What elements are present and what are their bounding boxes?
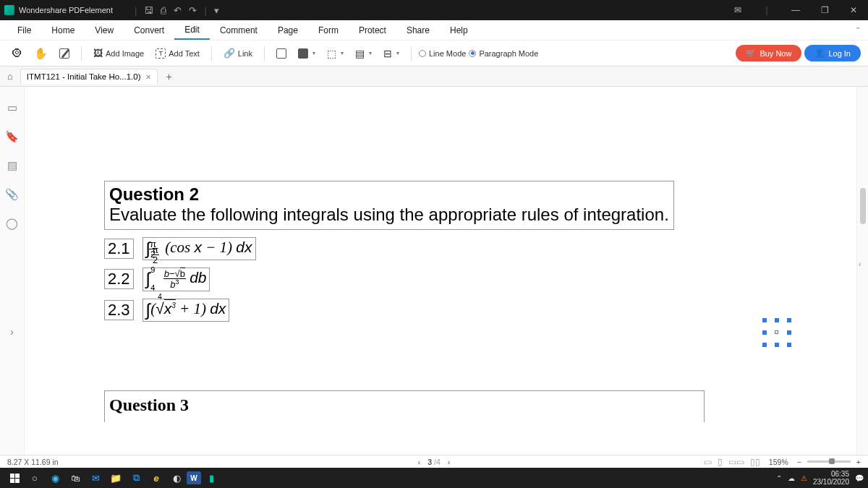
search-icon[interactable]: ◯ — [6, 217, 18, 230]
menu-share[interactable]: Share — [396, 20, 440, 40]
q2-prompt[interactable]: Evaluate the following integrals using t… — [109, 205, 669, 225]
bookmarks-icon[interactable]: 🔖 — [5, 130, 19, 143]
menu-protect[interactable]: Protect — [349, 20, 396, 40]
zoom-slider[interactable] — [807, 461, 851, 463]
zoom-in-button[interactable]: + — [856, 458, 861, 466]
add-text-button[interactable]: TAdd Text — [151, 46, 204, 61]
q2-1-num[interactable]: 2.1 — [104, 239, 134, 259]
link-button[interactable]: 🔗Link — [219, 46, 257, 61]
taskbar-pdfelement[interactable]: ▮ — [201, 470, 221, 486]
q2-title[interactable]: Question 2 — [109, 184, 669, 205]
menu-file[interactable]: File — [7, 20, 41, 40]
zoom-out-button[interactable]: − — [797, 458, 801, 466]
cart-icon: 🛒 — [746, 48, 756, 58]
tab-home-icon[interactable]: ⌂ — [4, 71, 16, 82]
minimize-button[interactable]: — — [781, 5, 810, 15]
selection-handles[interactable] — [762, 318, 791, 347]
menu-home[interactable]: Home — [41, 20, 85, 40]
undo-icon[interactable]: ↶ — [174, 5, 182, 16]
background-tool[interactable]: ▤ — [351, 46, 376, 61]
collapse-ribbon-icon[interactable]: ⌃ — [855, 26, 861, 34]
redo-icon[interactable]: ↷ — [189, 5, 197, 16]
app-title: Wondershare PDFelement — [19, 6, 113, 14]
taskbar-word[interactable]: W — [187, 471, 201, 484]
watermark-tool[interactable]: ⬚ — [323, 46, 348, 61]
tab-close-icon[interactable]: ✕ — [145, 73, 151, 81]
q2-2-equation[interactable]: ∫49 b−√bb3 db — [142, 267, 210, 291]
q2-3-equation[interactable]: ∫(4√x3 + 1) dx — [142, 299, 230, 322]
scrollbar-thumb[interactable] — [860, 188, 866, 224]
document-tab[interactable]: ITMT121 - Initial Take Ho...1.0) ✕ — [20, 69, 158, 84]
view-two-cont-icon[interactable]: ▯▯ — [750, 457, 760, 467]
user-icon: 👤 — [814, 48, 825, 58]
taskbar-cortana[interactable]: ○ — [25, 470, 45, 486]
edit-tool[interactable] — [55, 46, 74, 61]
qat-more-icon[interactable]: ▾ — [214, 5, 219, 16]
prev-page-button[interactable]: ‹ — [418, 458, 421, 466]
start-button[interactable] — [4, 470, 25, 486]
page-dimensions: 8.27 X 11.69 in — [7, 458, 59, 466]
taskbar-ie[interactable]: e — [146, 470, 166, 486]
app-logo — [4, 5, 14, 15]
tray-date: 23/10/2020 — [813, 478, 849, 486]
menu-page[interactable]: Page — [268, 20, 308, 40]
q3-title: Question 3 — [109, 395, 699, 415]
taskbar-store[interactable]: 🛍 — [65, 470, 85, 486]
menu-help[interactable]: Help — [440, 20, 478, 40]
hand-tool[interactable]: ✋ — [30, 45, 52, 62]
add-image-button[interactable]: 🖼Add Image — [89, 46, 148, 61]
qat-separator: | — [204, 5, 206, 16]
buy-now-button[interactable]: 🛒Buy Now — [736, 45, 801, 61]
menu-convert[interactable]: Convert — [124, 20, 174, 40]
tray-onedrive-icon[interactable]: ☁ — [788, 474, 795, 482]
expand-sidebar-icon[interactable]: › — [10, 325, 14, 338]
close-button[interactable]: ✕ — [839, 5, 868, 15]
paragraph-mode-radio[interactable]: Paragraph Mode — [469, 49, 538, 58]
page-total: /4 — [432, 458, 441, 466]
log-in-button[interactable]: 👤Log In — [804, 45, 861, 61]
question-2-block: Question 2 Evaluate the following integr… — [104, 181, 705, 322]
maximize-button[interactable]: ❐ — [810, 5, 839, 15]
header-footer-tool[interactable]: ⊟ — [379, 46, 404, 61]
menu-form[interactable]: Form — [308, 20, 349, 40]
save-icon[interactable]: 🖫 — [144, 5, 153, 16]
taskbar-explorer[interactable]: 📁 — [106, 470, 126, 486]
menubar: File Home View Convert Edit Comment Page… — [0, 20, 868, 40]
menu-comment[interactable]: Comment — [210, 20, 268, 40]
next-page-button[interactable]: › — [448, 458, 451, 466]
q2-2-num[interactable]: 2.2 — [104, 269, 134, 289]
attachments-icon[interactable]: 📎 — [5, 188, 19, 201]
titlebar: Wondershare PDFelement | 🖫 ⎙ ↶ ↷ | ▾ ✉ |… — [0, 0, 868, 20]
right-scrollbar[interactable]: ‹ — [856, 87, 868, 455]
crop-tool[interactable] — [272, 46, 291, 61]
line-mode-radio[interactable]: Line Mode — [419, 49, 466, 58]
taskbar-chrome[interactable]: ◐ — [166, 470, 187, 486]
view-single-icon[interactable]: ▭ — [704, 457, 712, 467]
collapse-right-icon[interactable]: ‹ — [859, 260, 861, 268]
select-tool[interactable]: ⭗ — [7, 45, 27, 61]
tray-notifications-icon[interactable]: 💬 — [855, 474, 864, 482]
taskbar-edge[interactable]: ◉ — [45, 470, 65, 486]
print-icon[interactable]: ⎙ — [161, 5, 166, 16]
q2-3-num[interactable]: 2.3 — [104, 300, 134, 320]
windows-taskbar: ○ ◉ 🛍 ✉ 📁 ⧉ e ◐ W ▮ ⌃ ☁ ⚠ 06:35 23/10/20… — [0, 468, 868, 488]
tray-expand-icon[interactable]: ⌃ — [776, 474, 782, 482]
menu-view[interactable]: View — [85, 20, 124, 40]
menu-edit[interactable]: Edit — [174, 20, 210, 40]
question-3-block[interactable]: Question 3 — [104, 390, 705, 422]
view-continuous-icon[interactable]: ▯ — [718, 457, 723, 467]
annotations-icon[interactable]: ▤ — [7, 159, 17, 172]
highlight-tool[interactable] — [294, 46, 320, 61]
tray-clock[interactable]: 06:35 23/10/2020 — [813, 470, 849, 486]
taskbar-mail[interactable]: ✉ — [85, 470, 106, 486]
mail-icon[interactable]: ✉ — [723, 5, 752, 15]
thumbnails-icon[interactable]: ▭ — [7, 101, 17, 114]
document-canvas[interactable]: Question 2 Evaluate the following integr… — [25, 87, 856, 455]
edit-toolbar: ⭗ ✋ 🖼Add Image TAdd Text 🔗Link ⬚ ▤ ⊟ Lin… — [0, 40, 868, 67]
view-two-page-icon[interactable]: ▭▭ — [728, 457, 744, 467]
tray-security-icon[interactable]: ⚠ — [801, 474, 807, 482]
zoom-level: 159% — [769, 458, 788, 466]
taskbar-vscode[interactable]: ⧉ — [126, 470, 146, 486]
q2-1-equation[interactable]: ∫π2π2(cos x − 1) dx — [142, 237, 256, 260]
new-tab-button[interactable]: + — [162, 71, 176, 82]
